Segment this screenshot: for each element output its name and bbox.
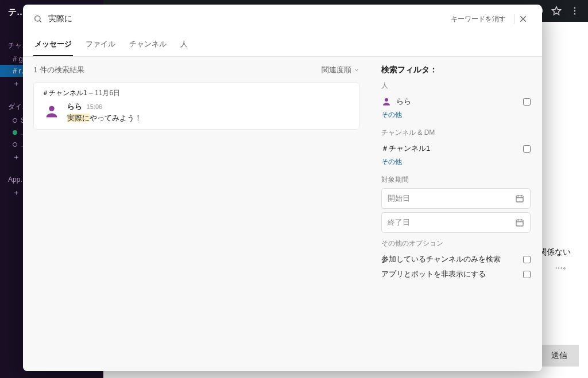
- people-more[interactable]: その他: [381, 109, 531, 122]
- clear-keywords[interactable]: キーワードを消す: [443, 14, 514, 24]
- svg-point-4: [574, 13, 575, 14]
- results-panel: 1 件の検索結果 関連度順 ＃チャンネル1 – 11月6日 らら: [23, 57, 370, 371]
- filter-checkbox[interactable]: [523, 271, 531, 278]
- more-icon[interactable]: [570, 6, 580, 16]
- filter-checkbox[interactable]: [523, 256, 531, 263]
- search-modal: キーワードを消す メッセージ ファイル チャンネル 人 1 件の検索結果 関連度…: [23, 5, 542, 371]
- send-button[interactable]: 送信: [540, 345, 579, 367]
- search-tabs: メッセージ ファイル チャンネル 人: [23, 33, 542, 57]
- close-button[interactable]: [514, 14, 532, 24]
- person-icon: [381, 96, 392, 107]
- start-date-input[interactable]: 開始日: [381, 188, 531, 209]
- filter-option-row[interactable]: 参加しているチャンネルのみを検索: [381, 252, 531, 267]
- result-meta: ＃チャンネル1 – 11月6日: [42, 88, 351, 98]
- sort-dropdown[interactable]: 関連度順: [322, 65, 359, 75]
- search-icon: [33, 14, 42, 24]
- filter-checkbox[interactable]: [523, 98, 531, 106]
- chevron-down-icon: [354, 67, 359, 73]
- end-date-input[interactable]: 終了日: [381, 212, 531, 233]
- svg-rect-11: [516, 196, 523, 202]
- svg-point-3: [574, 10, 575, 11]
- svg-marker-1: [552, 7, 561, 15]
- svg-point-9: [49, 106, 54, 111]
- tab-channels[interactable]: チャンネル: [128, 33, 168, 56]
- search-input[interactable]: [42, 14, 443, 24]
- svg-line-6: [40, 21, 41, 22]
- tab-people[interactable]: 人: [179, 33, 189, 56]
- search-result[interactable]: ＃チャンネル1 – 11月6日 らら 15:06 実際にやってみよう！: [33, 82, 359, 130]
- filter-person-row[interactable]: らら: [381, 94, 531, 109]
- calendar-icon: [515, 194, 524, 203]
- filter-period-label: 対象期間: [381, 175, 531, 185]
- tab-messages[interactable]: メッセージ: [33, 33, 73, 56]
- svg-rect-15: [516, 220, 523, 226]
- filters-panel: 検索フィルタ： 人 らら その他 チャンネル & DM ＃チャンネル1 その他 …: [370, 57, 542, 371]
- filter-channel-row[interactable]: ＃チャンネル1: [381, 141, 531, 156]
- filters-title: 検索フィルタ：: [381, 65, 531, 75]
- svg-point-5: [35, 16, 40, 21]
- svg-point-2: [574, 7, 575, 9]
- filter-channels-label: チャンネル & DM: [381, 128, 531, 138]
- result-text: 実際にやってみよう！: [67, 113, 142, 123]
- star-icon[interactable]: [551, 6, 562, 16]
- channels-more[interactable]: その他: [381, 156, 531, 169]
- result-userline: らら 15:06: [67, 102, 142, 112]
- tab-files[interactable]: ファイル: [84, 33, 117, 56]
- svg-point-10: [385, 98, 388, 102]
- results-count: 1 件の検索結果: [33, 65, 84, 75]
- avatar: [42, 102, 61, 121]
- filter-option-row[interactable]: アプリとボットを非表示にする: [381, 267, 531, 282]
- filter-people-label: 人: [381, 81, 531, 91]
- filter-other-label: その他のオプション: [381, 239, 531, 248]
- calendar-icon: [515, 218, 524, 227]
- filter-checkbox[interactable]: [523, 145, 531, 153]
